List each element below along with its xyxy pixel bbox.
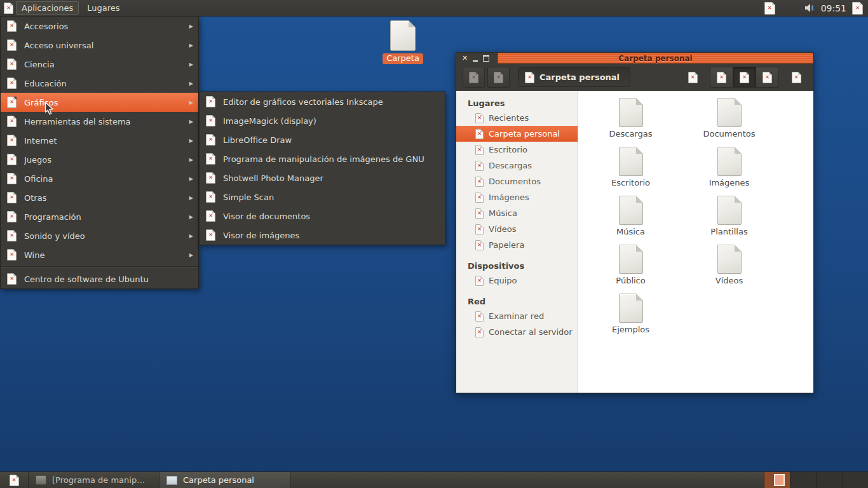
app-missing-icon [206, 134, 215, 146]
apps-menu-item-sonido-y-video[interactable]: Sonido y vídeo▶ [1, 226, 198, 245]
submenu-item-visor-de-documentos[interactable]: Visor de documentos [200, 207, 445, 226]
session-missing-icon[interactable] [852, 2, 863, 15]
sidebar-item-descargas[interactable]: Descargas [456, 158, 578, 173]
taskbar-item-carpeta-personal[interactable]: Carpeta personal [159, 472, 290, 488]
place-missing-icon [475, 145, 484, 155]
document-icon [619, 147, 643, 176]
document-icon [619, 245, 643, 274]
submenu-item-imagemagick[interactable]: ImageMagick (display) [200, 111, 445, 130]
workspace-switcher [764, 472, 868, 488]
app-missing-icon [206, 191, 215, 203]
path-bar-button[interactable]: Carpeta personal [518, 67, 630, 87]
workspace-2[interactable] [790, 472, 816, 488]
apps-menu-item-programacion[interactable]: Programación▶ [1, 207, 198, 226]
back-button[interactable] [463, 67, 485, 88]
view-list-button[interactable] [756, 67, 779, 88]
file-item-documentos[interactable]: Documentos [680, 98, 778, 147]
submenu-item-shotwell[interactable]: Shotwell Photo Manager [200, 168, 445, 187]
sidebar-header: Dispositivos [456, 259, 578, 273]
workspace-3[interactable] [816, 472, 842, 488]
minimize-icon[interactable] [473, 60, 478, 62]
file-item-plantillas[interactable]: Plantillas [680, 196, 778, 245]
sidebar-item-recientes[interactable]: Recientes [456, 110, 578, 126]
panel-menu-aplicaciones[interactable]: Aplicaciones [16, 1, 79, 15]
sidebar-item-equipo[interactable]: Equipo [456, 273, 578, 288]
category-missing-icon [7, 97, 17, 108]
apps-menu-item-oficina[interactable]: Oficina▶ [1, 169, 198, 188]
gimp-app-icon [36, 475, 46, 485]
submenu-arrow-icon: ▶ [189, 214, 193, 220]
sidebar-item-conectar-al-servidor[interactable]: Conectar al servidor [456, 324, 578, 340]
volume-icon[interactable] [804, 3, 815, 13]
indicator-missing-icon[interactable] [764, 2, 775, 15]
submenu-item-gimp[interactable]: Programa de manipulación de imágenes de … [200, 149, 445, 168]
taskbar-item-gimp[interactable]: [Programa de manip… [29, 472, 159, 488]
back-missing-icon [469, 72, 478, 83]
file-item-videos[interactable]: Vídeos [680, 245, 778, 294]
category-missing-icon [7, 39, 17, 51]
window-app-icon [166, 476, 177, 485]
sidebar-item-escritorio[interactable]: Escritorio [456, 142, 578, 158]
sidebar-item-examinar-red[interactable]: Examinar red [456, 308, 578, 324]
apps-menu-item-wine[interactable]: Wine▶ [1, 245, 198, 264]
sidebar-item-musica[interactable]: Música [456, 205, 578, 221]
window-titlebar[interactable]: ✕ Carpeta personal [456, 53, 813, 64]
forward-button[interactable] [487, 67, 510, 88]
maximize-icon[interactable] [483, 55, 489, 62]
panel-menu-lugares[interactable]: Lugares [81, 1, 125, 15]
forward-missing-icon [494, 72, 503, 83]
options-button[interactable] [785, 72, 807, 83]
file-item-escritorio[interactable]: Escritorio [581, 147, 680, 196]
document-icon [619, 196, 643, 225]
apps-menu-item-herramientas-del-sistema[interactable]: Herramientas del sistema▶ [1, 112, 198, 131]
sidebar-item-documentos[interactable]: Documentos [456, 173, 578, 189]
app-missing-icon [206, 172, 215, 184]
category-missing-icon [7, 58, 17, 70]
apps-menu-item-ciencia[interactable]: Ciencia▶ [1, 55, 198, 74]
workspace-1[interactable] [764, 472, 790, 488]
submenu-item-visor-de-imagenes[interactable]: Visor de imágenes [200, 226, 445, 245]
app-missing-icon [206, 229, 215, 241]
file-item-imagenes[interactable]: Imágenes [680, 147, 778, 196]
place-missing-icon [475, 113, 484, 123]
category-missing-icon [7, 273, 17, 285]
apps-menu-item-internet[interactable]: Internet▶ [1, 131, 198, 150]
network-missing-icon [475, 327, 484, 337]
apps-menu-item-juegos[interactable]: Juegos▶ [1, 150, 198, 169]
apps-menu-item-accesorios[interactable]: Accesorios▶ [1, 17, 198, 36]
graphics-submenu: Editor de gráficos vectoriales Inkscape … [199, 92, 445, 245]
view-icons-button[interactable] [733, 67, 756, 88]
submenu-arrow-icon: ▶ [189, 138, 193, 144]
apps-menu-item-acceso-universal[interactable]: Acceso universal▶ [1, 36, 198, 55]
search-button[interactable] [682, 72, 703, 83]
file-item-musica[interactable]: Música [581, 196, 680, 245]
submenu-item-simple-scan[interactable]: Simple Scan [200, 187, 445, 207]
submenu-item-inkscape[interactable]: Editor de gráficos vectoriales Inkscape [200, 92, 445, 111]
submenu-item-libreoffice-draw[interactable]: LibreOffice Draw [200, 130, 445, 149]
close-icon[interactable]: ✕ [462, 55, 468, 62]
file-item-descargas[interactable]: Descargas [581, 98, 680, 147]
places-sidebar: Lugares Recientes Carpeta personal Escri… [456, 91, 578, 393]
show-desktop-button[interactable] [0, 472, 29, 488]
category-missing-icon [7, 135, 17, 146]
apps-menu-item-educacion[interactable]: Educación▶ [1, 74, 198, 93]
apps-menu-item-otras[interactable]: Otras▶ [1, 188, 198, 207]
file-item-ejemplos[interactable]: Ejemplos [581, 294, 680, 342]
category-missing-icon [7, 78, 17, 89]
view-grid-button[interactable] [710, 67, 733, 88]
apps-menu-item-graficos[interactable]: Gráficos▶ [1, 93, 198, 112]
workspace-4[interactable] [842, 472, 868, 488]
sidebar-item-papelera[interactable]: Papelera [456, 237, 578, 253]
panel-menu-label: Aplicaciones [22, 3, 73, 13]
sidebar-item-carpeta-personal[interactable]: Carpeta personal [456, 126, 578, 142]
file-item-publico[interactable]: Público [581, 245, 680, 294]
clock[interactable]: 09:51 [821, 3, 846, 13]
applications-menu: Accesorios▶ Acceso universal▶ Ciencia▶ E… [0, 16, 199, 289]
search-missing-icon [688, 72, 698, 83]
apps-menu-item-centro-de-software[interactable]: Centro de software de Ubuntu [1, 269, 198, 288]
sidebar-item-imagenes[interactable]: Imágenes [456, 189, 578, 205]
desktop-icon-carpeta[interactable]: Carpeta [379, 20, 426, 64]
sidebar-item-videos[interactable]: Vídeos [456, 221, 578, 237]
path-bar-label: Carpeta personal [539, 72, 620, 82]
place-missing-icon [475, 161, 484, 171]
